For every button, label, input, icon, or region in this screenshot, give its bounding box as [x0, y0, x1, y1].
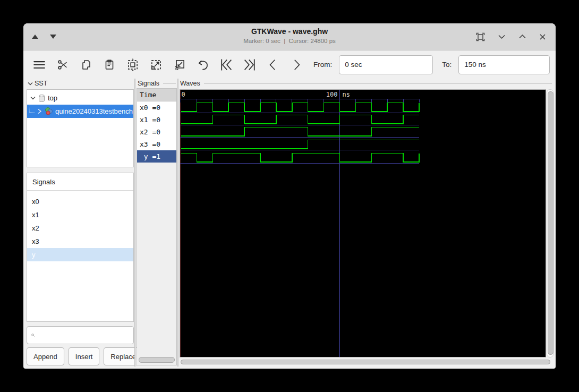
splitter-left[interactable] [134, 79, 136, 367]
from-input[interactable] [339, 55, 433, 74]
wave-area[interactable]: 0100ns [180, 89, 546, 357]
to-input[interactable] [458, 55, 550, 74]
scrollbar-thumb[interactable] [548, 91, 554, 355]
wave-vertical-scrollbar[interactable] [547, 89, 554, 357]
values-panel: Time x0 =0 x1 =0 x2 =0 x3 =0 y =1 [137, 88, 177, 365]
step-right-icon[interactable] [288, 56, 304, 73]
value-row-x1[interactable]: x1 =0 [137, 114, 176, 126]
close-icon[interactable] [539, 33, 546, 40]
zoom-out-icon[interactable] [171, 56, 188, 73]
values-panel-header: Signals [138, 80, 176, 87]
signals-list-panel: Signals x0 x1 x2 x3 y [27, 173, 134, 322]
value-row-x2[interactable]: x2 =0 [137, 126, 176, 138]
wave-horizontal-scrollbar[interactable] [181, 360, 550, 365]
database-icon [38, 94, 46, 103]
zoom-fit-icon[interactable] [124, 56, 141, 73]
waves-header: Waves [180, 80, 552, 87]
cursor-status: Cursor: 24800 ps [289, 38, 336, 44]
tree-item-label: top [48, 94, 57, 102]
minimize-icon[interactable] [498, 34, 506, 39]
sst-tree: top quine20240313testbench [27, 89, 134, 167]
chevron-down-icon[interactable] [28, 82, 33, 86]
svg-text:ns: ns [343, 91, 350, 98]
values-horizontal-scrollbar[interactable] [139, 357, 175, 363]
splitter-right[interactable] [177, 79, 179, 367]
to-label: To: [442, 61, 452, 69]
maximize-icon[interactable] [518, 34, 526, 39]
signal-search-box[interactable] [27, 326, 134, 344]
cut-icon[interactable] [54, 56, 71, 73]
toolbar: From: To: [23, 50, 556, 79]
search-icon [31, 331, 35, 339]
value-row-y[interactable]: y =1 [137, 150, 176, 163]
status-separator: | [284, 38, 285, 44]
insert-button[interactable]: Insert [69, 347, 100, 365]
fullscreen-icon[interactable] [476, 32, 485, 41]
tree-item-testbench[interactable]: quine20240313testbench [27, 105, 133, 118]
signal-actions: Append Insert Replace [27, 347, 134, 365]
tree-item-label: quine20240313testbench [55, 107, 133, 115]
signal-item-x3[interactable]: x3 [27, 235, 133, 248]
from-label: From: [313, 61, 332, 69]
go-to-start-icon[interactable] [218, 56, 234, 73]
signals-list-header: Signals [27, 173, 133, 191]
tree-guide-line [29, 106, 35, 113]
zoom-undo-icon[interactable] [194, 56, 211, 73]
module-icon [44, 107, 53, 116]
gtkwave-window: GTKWave - wave.ghw Marker: 0 sec | Curso… [23, 23, 556, 369]
shade-up-icon[interactable] [32, 35, 38, 39]
value-row-x0[interactable]: x0 =0 [137, 101, 176, 114]
go-to-end-icon[interactable] [241, 56, 258, 73]
titlebar[interactable]: GTKWave - wave.ghw Marker: 0 sec | Curso… [23, 23, 556, 50]
expander-down-icon[interactable] [30, 96, 36, 100]
zoom-in-icon[interactable] [148, 56, 164, 73]
signal-item-x0[interactable]: x0 [27, 195, 133, 208]
signal-item-y[interactable]: y [27, 248, 133, 261]
signal-item-x1[interactable]: x1 [27, 208, 133, 221]
value-row-x3[interactable]: x3 =0 [137, 138, 176, 150]
copy-icon[interactable] [78, 56, 94, 73]
frame-line [163, 83, 176, 84]
marker-status: Marker: 0 sec [243, 38, 280, 44]
frame-line [204, 83, 552, 84]
menu-icon[interactable] [31, 56, 47, 73]
sst-header: SST [28, 80, 47, 87]
time-header[interactable]: Time [137, 89, 176, 101]
paste-icon[interactable] [101, 56, 117, 73]
tree-item-top[interactable]: top [27, 91, 133, 105]
expander-right-icon[interactable] [37, 108, 42, 114]
signal-item-x2[interactable]: x2 [27, 221, 133, 235]
svg-text:0: 0 [182, 91, 185, 98]
step-left-icon[interactable] [265, 56, 281, 73]
waveform-canvas[interactable]: 0100ns [180, 90, 546, 357]
append-button[interactable]: Append [27, 347, 64, 365]
svg-text:100: 100 [326, 91, 338, 98]
search-input[interactable] [38, 326, 133, 344]
scrollbar-thumb[interactable] [181, 360, 550, 364]
shade-down-icon[interactable] [50, 35, 56, 39]
